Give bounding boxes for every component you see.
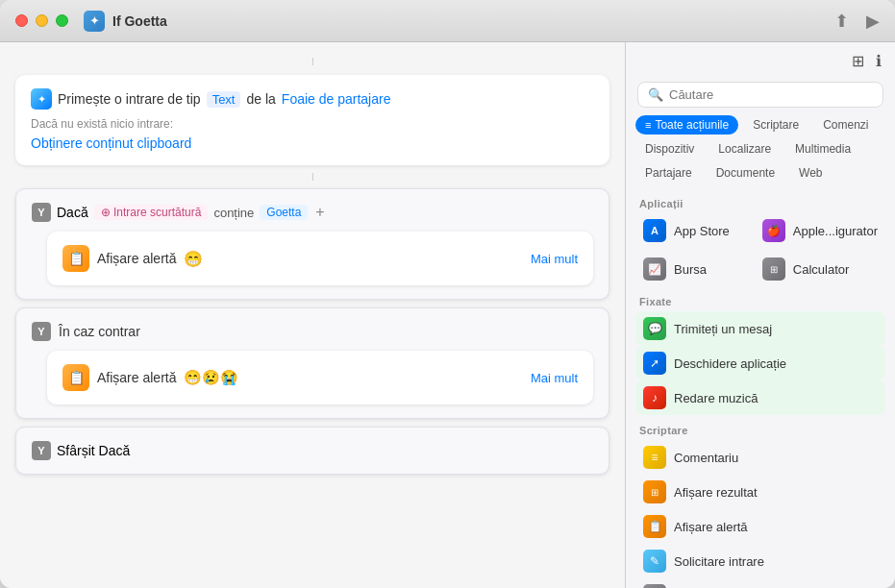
actions-list: Aplicații A App Store 🍎 Apple...igurator… bbox=[626, 188, 895, 588]
icon-afisare-rezultat: ⊞ bbox=[643, 480, 666, 503]
share-button[interactable]: ⬆ bbox=[834, 11, 849, 32]
cat-btn-multimedia[interactable]: Multimedia bbox=[785, 139, 860, 159]
titlebar-actions: ⬆ ▶ bbox=[834, 11, 880, 32]
icon-bursa: 📈 bbox=[643, 257, 666, 281]
goetta-badge[interactable]: Goetta bbox=[260, 205, 308, 220]
cat-btn-dispozitiv[interactable]: Dispozitiv bbox=[635, 139, 704, 159]
action-solicitare-intrare[interactable]: ✎ Solicitare intrare bbox=[635, 544, 885, 578]
icon-comentariu: ≡ bbox=[643, 446, 666, 469]
search-icon: 🔍 bbox=[648, 87, 663, 102]
alert-emoji-1: 😁 bbox=[184, 250, 203, 268]
alert-icon-2: 📋 bbox=[62, 364, 89, 391]
cat-btn-comenzi[interactable]: Comenzi bbox=[813, 115, 878, 135]
action-redare-muzica[interactable]: ♪ Redare muzică bbox=[635, 380, 885, 415]
action-app-store[interactable]: A App Store bbox=[635, 213, 751, 248]
label-deschidere-aplicatie: Deschidere aplicație bbox=[674, 356, 786, 371]
minimize-button[interactable] bbox=[36, 14, 48, 27]
type-badge[interactable]: Text bbox=[207, 91, 241, 108]
add-action-button[interactable]: ⊞ bbox=[852, 52, 864, 70]
if-label: Dacă bbox=[57, 205, 88, 220]
app-icon: ✦ bbox=[84, 11, 105, 32]
content-area: ✦ Primește o intrare de tip Text de la F… bbox=[0, 42, 895, 588]
action-bursa[interactable]: 📈 Bursa bbox=[635, 252, 751, 286]
label-calculator: Calculator bbox=[793, 262, 850, 277]
action-numarare[interactable]: Σ Numărare bbox=[635, 578, 885, 588]
cat-btn-scriptare[interactable]: Scriptare bbox=[743, 115, 808, 135]
action-apple-igurator[interactable]: 🍎 Apple...igurator bbox=[755, 213, 885, 248]
maximize-button[interactable] bbox=[56, 14, 68, 27]
mai-mult-2[interactable]: Mai mult bbox=[531, 371, 578, 385]
action-calculator[interactable]: ⊞ Calculator bbox=[755, 252, 885, 286]
cat-label-toate: Toate acțiunile bbox=[655, 118, 729, 132]
left-panel: ✦ Primește o intrare de tip Text de la F… bbox=[0, 42, 626, 588]
action-afisare-alerta[interactable]: 📋 Afișare alertă bbox=[635, 509, 885, 544]
alert-icon-1: 📋 bbox=[62, 245, 89, 272]
shortcut-badge[interactable]: ⊕ Intrare scurtătură bbox=[94, 205, 209, 220]
cat-label-web: Web bbox=[799, 166, 822, 180]
close-button[interactable] bbox=[15, 14, 28, 27]
label-afisare-alerta: Afișare alertă bbox=[674, 520, 748, 534]
cat-btn-toate[interactable]: ≡ Toate acțiunile bbox=[635, 115, 738, 135]
cat-btn-documente[interactable]: Documente bbox=[707, 163, 784, 183]
main-window: ✦ If Goetta ⬆ ▶ ✦ Primește o intrare de … bbox=[0, 0, 895, 588]
action-afisare-rezultat[interactable]: ⊞ Afișare rezultat bbox=[635, 475, 885, 509]
label-solicitare-intrare: Solicitare intrare bbox=[674, 554, 764, 569]
add-condition-button[interactable]: + bbox=[313, 204, 326, 221]
cat-label-multimedia: Multimedia bbox=[795, 142, 851, 156]
cat-label-dispozitiv: Dispozitiv bbox=[645, 142, 694, 156]
cat-btn-localizare[interactable]: Localizare bbox=[709, 139, 781, 159]
if-y-icon: Y bbox=[32, 203, 51, 222]
cat-icon-toate: ≡ bbox=[645, 119, 651, 131]
alert-label-1: Afișare alertă bbox=[97, 251, 176, 266]
label-app-store: App Store bbox=[674, 224, 730, 238]
search-bar: 🔍 bbox=[637, 82, 883, 108]
action-comentariu[interactable]: ≡ Comentariu bbox=[635, 440, 885, 475]
icon-solicitare-intrare: ✎ bbox=[643, 550, 666, 573]
label-afisare-rezultat: Afișare rezultat bbox=[674, 485, 758, 500]
otherwise-card: Y În caz contrar 📋 Afișare alertă 😁😢😭 Ma… bbox=[15, 307, 609, 419]
action-deschidere-aplicatie[interactable]: ➚ Deschidere aplicație bbox=[635, 346, 885, 380]
endif-card: Y Sfârșit Dacă bbox=[15, 427, 609, 475]
cat-label-documente: Documente bbox=[716, 166, 775, 180]
cat-label-comenzi: Comenzi bbox=[823, 118, 868, 132]
otherwise-y-icon: Y bbox=[32, 322, 51, 341]
label-apple-igurator: Apple...igurator bbox=[793, 224, 878, 238]
aplicatii-grid: A App Store 🍎 Apple...igurator 📈 Bursa ⊞… bbox=[635, 213, 885, 286]
mai-mult-1[interactable]: Mai mult bbox=[531, 252, 578, 266]
icon-deschidere-aplicatie: ➚ bbox=[643, 352, 666, 375]
info-button[interactable]: ℹ bbox=[876, 52, 882, 70]
search-input[interactable] bbox=[669, 87, 873, 102]
if-card: Y Dacă ⊕ Intrare scurtătură conține Goet… bbox=[15, 188, 609, 300]
traffic-lights bbox=[15, 14, 68, 27]
contains-badge: conține bbox=[213, 206, 254, 220]
otherwise-label: În caz contrar bbox=[59, 324, 140, 339]
icon-afisare-alerta: 📋 bbox=[643, 515, 666, 538]
cat-btn-web[interactable]: Web bbox=[789, 163, 832, 183]
cat-btn-partajare[interactable]: Partajare bbox=[635, 163, 702, 183]
cat-label-partajare: Partajare bbox=[645, 166, 692, 180]
action-trimiteti-mesaj[interactable]: 💬 Trimiteți un mesaj bbox=[635, 311, 885, 346]
category-buttons: ≡ Toate acțiunile Scriptare Comenzi Disp… bbox=[626, 115, 895, 188]
section-label-aplicatii: Aplicații bbox=[639, 198, 882, 209]
cat-label-scriptare: Scriptare bbox=[753, 118, 799, 132]
alert-card-2: 📋 Afișare alertă 😁😢😭 Mai mult bbox=[47, 351, 593, 404]
share-sheet-link[interactable]: Foaie de partajare bbox=[282, 91, 391, 107]
endif-label: Sfârșit Dacă bbox=[57, 443, 130, 458]
cat-label-localizare: Localizare bbox=[718, 142, 771, 156]
icon-app-store: A bbox=[643, 219, 666, 242]
receive-icon: ✦ bbox=[31, 88, 52, 110]
clipboard-link[interactable]: Obținere conținut clipboard bbox=[31, 135, 191, 151]
receive-card: ✦ Primește o intrare de tip Text de la F… bbox=[15, 75, 609, 165]
alert-card-1: 📋 Afișare alertă 😁 Mai mult bbox=[47, 232, 593, 285]
section-label-fixate: Fixate bbox=[639, 296, 882, 307]
icon-numarare: Σ bbox=[643, 584, 666, 588]
play-button[interactable]: ▶ bbox=[866, 11, 880, 32]
titlebar: ✦ If Goetta ⬆ ▶ bbox=[0, 0, 895, 42]
right-panel: ⊞ ℹ 🔍 ≡ Toate acțiunile Scriptare Comenz… bbox=[626, 42, 895, 588]
receive-text2: de la bbox=[246, 91, 275, 107]
label-comentariu: Comentariu bbox=[674, 451, 738, 465]
label-redare-muzica: Redare muzică bbox=[674, 391, 758, 405]
icon-apple-igurator: 🍎 bbox=[762, 219, 785, 242]
label-trimiteti-mesaj: Trimiteți un mesaj bbox=[674, 322, 772, 336]
no-input-label: Dacă nu există nicio intrare: bbox=[31, 117, 594, 131]
